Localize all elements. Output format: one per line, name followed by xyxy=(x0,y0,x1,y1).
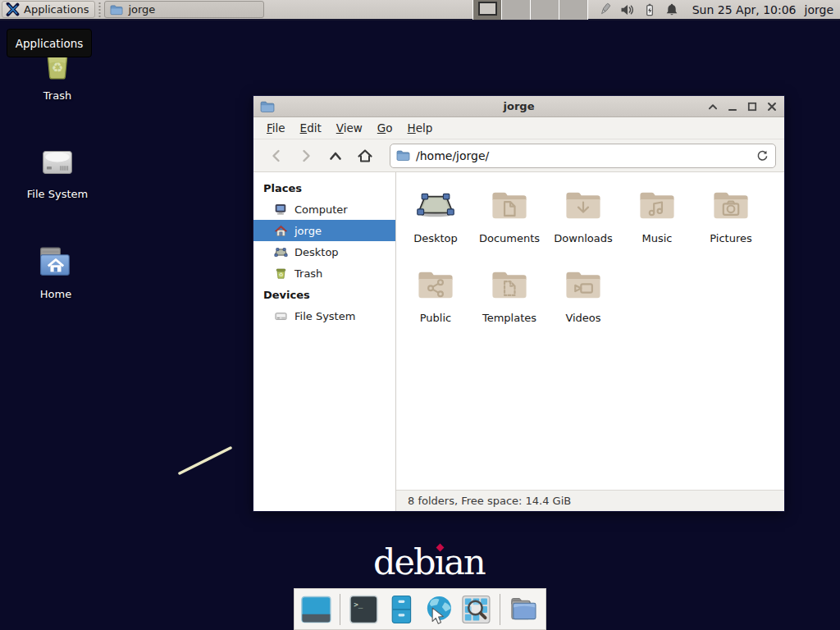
menu-edit[interactable]: Edit xyxy=(293,118,329,138)
folder-item-documents[interactable]: Documents xyxy=(472,182,546,262)
folder-item-desktop[interactable]: Desktop xyxy=(399,182,472,262)
tooltip-text: Applications xyxy=(16,37,83,50)
shade-button[interactable] xyxy=(707,101,719,112)
dock-show-desktop-icon[interactable] xyxy=(300,593,332,626)
workspace-cell-2[interactable] xyxy=(502,0,531,20)
desktop-icon-label: Trash xyxy=(43,89,71,102)
taskbar-window-label: jorge xyxy=(128,3,155,16)
sidebar-header-places: Places xyxy=(253,177,395,199)
debian-red-diamond xyxy=(436,544,444,552)
desk-small-icon xyxy=(274,245,288,259)
window-body: PlacesComputerjorgeDesktop♻TrashDevicesF… xyxy=(253,172,784,511)
tablet-stylus-icon[interactable] xyxy=(598,2,613,17)
battery-charging-icon[interactable] xyxy=(642,2,657,17)
forward-button[interactable] xyxy=(293,144,319,168)
chevron-right-icon xyxy=(298,148,314,164)
window-folder-icon xyxy=(260,99,275,114)
path-bar[interactable]: /home/jorge/ xyxy=(390,144,776,168)
current-path: /home/jorge/ xyxy=(416,149,489,162)
panel-handle[interactable] xyxy=(98,2,102,17)
trash-small-icon: ♻ xyxy=(274,267,288,281)
toolbar: /home/jorge/ xyxy=(253,139,784,172)
workspace-cell-1[interactable] xyxy=(473,0,502,20)
desktop-icon-label: File System xyxy=(27,188,88,200)
file-manager-window: jorge FileEditViewGoHelp /home/jorge/ Pl… xyxy=(253,95,785,512)
templates-folder-icon xyxy=(488,262,531,309)
svg-text:>_: >_ xyxy=(354,599,363,608)
reload-button[interactable] xyxy=(756,148,769,162)
volume-icon[interactable] xyxy=(620,2,635,17)
file-view[interactable]: DesktopDocumentsDownloadsMusicPicturesPu… xyxy=(396,172,784,511)
panel-right-area: Sun 25 Apr, 10:06 jorge xyxy=(472,0,837,19)
folder-item-label: Music xyxy=(642,232,673,244)
menu-file[interactable]: File xyxy=(259,118,293,138)
xfce-logo-icon xyxy=(6,2,20,16)
desktop-icon-home[interactable]: Home xyxy=(10,241,102,300)
close-button[interactable] xyxy=(766,101,778,112)
menu-view[interactable]: View xyxy=(329,118,370,138)
chevron-up-icon xyxy=(327,148,344,164)
pathbar-folder-icon xyxy=(396,148,410,162)
up-button[interactable] xyxy=(322,144,349,168)
panel-clock[interactable]: Sun 25 Apr, 10:06 xyxy=(692,3,797,16)
sidebar-item-computer[interactable]: Computer xyxy=(253,199,395,220)
sidebar-item-desktop[interactable]: Desktop xyxy=(253,241,395,262)
status-bar: 8 folders, Free space: 14.4 GiB xyxy=(396,490,784,511)
dock-terminal-icon[interactable]: >_ xyxy=(348,593,380,626)
documents-folder-icon xyxy=(488,182,531,230)
public-folder-icon xyxy=(414,262,457,309)
sidebar-item-trash[interactable]: ♻Trash xyxy=(253,262,395,284)
system-tray xyxy=(598,2,679,17)
desktop-icon-file-system[interactable]: File System xyxy=(11,141,103,200)
applications-menu-label: Applications xyxy=(24,3,89,16)
folder-item-templates[interactable]: Templates xyxy=(472,262,546,341)
dock-file-cabinet-icon[interactable] xyxy=(386,593,418,626)
home-button[interactable] xyxy=(352,144,378,168)
dock-web-browser-icon[interactable] xyxy=(422,593,454,626)
drive-small-icon xyxy=(274,309,288,323)
videos-folder-icon xyxy=(562,262,605,309)
sidebar-item-file-system[interactable]: File System xyxy=(253,305,395,326)
panel-user-label[interactable]: jorge xyxy=(805,3,833,16)
sidebar-item-label: Computer xyxy=(294,203,348,216)
sidebar-item-jorge[interactable]: jorge xyxy=(253,220,395,241)
dock: >_ xyxy=(294,588,546,630)
svg-text:♻: ♻ xyxy=(52,60,64,75)
folder-item-pictures[interactable]: Pictures xyxy=(694,182,768,262)
window-buttons xyxy=(707,101,778,112)
home-red-icon xyxy=(274,224,288,238)
notifications-icon[interactable] xyxy=(664,2,679,17)
folder-grid: DesktopDocumentsDownloadsMusicPicturesPu… xyxy=(399,182,768,341)
folder-item-downloads[interactable]: Downloads xyxy=(546,182,620,262)
dock-separator xyxy=(500,594,500,625)
maximize-button[interactable] xyxy=(746,101,758,112)
taskbar-window-button[interactable]: jorge xyxy=(104,1,264,18)
dock-app-finder-icon[interactable] xyxy=(460,593,492,626)
menu-help[interactable]: Help xyxy=(400,118,441,138)
sidebar-item-label: Desktop xyxy=(294,246,339,258)
desktop-folder-icon xyxy=(414,182,457,230)
window-titlebar[interactable]: jorge xyxy=(253,96,784,117)
folder-item-label: Videos xyxy=(565,312,600,324)
computer-icon xyxy=(274,203,288,217)
taskbar-folder-icon xyxy=(110,3,123,16)
menu-go[interactable]: Go xyxy=(370,118,400,138)
back-button[interactable] xyxy=(263,144,290,168)
debian-wallpaper-logo: debıan xyxy=(373,541,485,582)
applications-menu-button[interactable]: Applications xyxy=(2,1,95,18)
top-panel: Applications jorge Sun 25 Apr, 10:06 jor… xyxy=(0,0,840,21)
folder-item-public[interactable]: Public xyxy=(399,262,472,341)
home-nav-icon xyxy=(357,148,373,164)
pictures-folder-icon xyxy=(710,182,752,230)
drive-big-icon xyxy=(36,141,79,184)
applications-tooltip: Applications xyxy=(7,29,92,57)
sidebar: PlacesComputerjorgeDesktop♻TrashDevicesF… xyxy=(253,172,396,511)
folder-item-music[interactable]: Music xyxy=(620,182,694,262)
workspace-switcher[interactable] xyxy=(472,0,588,20)
dock-file-folder-icon[interactable] xyxy=(508,593,540,626)
minimize-button[interactable] xyxy=(727,101,738,112)
workspace-cell-4[interactable] xyxy=(559,0,588,20)
folder-item-label: Documents xyxy=(479,232,540,244)
workspace-cell-3[interactable] xyxy=(531,0,559,20)
folder-item-videos[interactable]: Videos xyxy=(546,262,620,341)
